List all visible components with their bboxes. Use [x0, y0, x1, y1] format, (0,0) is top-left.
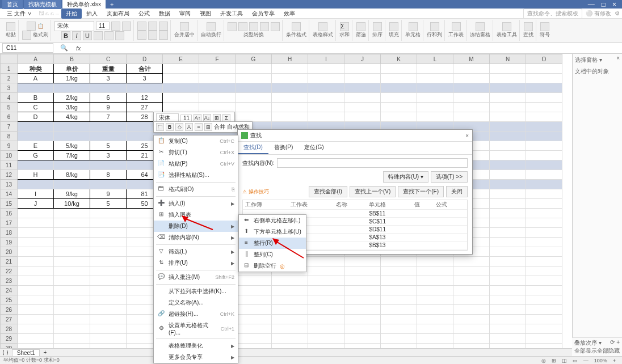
cell[interactable]: 3/kg — [54, 103, 90, 112]
sheet-nav[interactable]: ⟨ ⟩ — [2, 349, 9, 355]
quick-access-icons[interactable]: 🖫 ⎌ ⎌ ⋯ — [36, 10, 61, 16]
col-header[interactable]: G — [236, 54, 272, 64]
cell[interactable] — [18, 132, 54, 141]
cell[interactable] — [54, 334, 90, 344]
cell[interactable]: B — [18, 93, 54, 103]
cell[interactable] — [272, 83, 308, 93]
freeze-button[interactable] — [476, 22, 485, 31]
row-header[interactable]: 12 — [1, 170, 18, 180]
mini-fmt[interactable]: ⬚ — [156, 123, 164, 131]
options-button[interactable]: 选项(T) >> — [431, 171, 468, 183]
cell[interactable] — [90, 257, 127, 266]
zoom-in[interactable]: + — [610, 358, 619, 363]
menu-review[interactable]: 审阅 — [175, 9, 195, 19]
cell[interactable] — [54, 122, 90, 132]
cell[interactable] — [90, 238, 127, 247]
cell[interactable] — [490, 266, 526, 276]
dec-inc-button[interactable] — [260, 22, 269, 31]
sort-button[interactable] — [373, 22, 382, 31]
ctx-item[interactable]: ▽筛选(L)▶ — [154, 246, 238, 257]
row-header[interactable]: 24 — [1, 286, 18, 295]
cell[interactable] — [344, 295, 381, 305]
copy-button[interactable] — [22, 31, 31, 40]
cell[interactable] — [417, 344, 453, 349]
currency-button[interactable] — [228, 22, 237, 31]
col-header[interactable]: E — [163, 54, 199, 64]
cell[interactable] — [344, 83, 381, 93]
cell[interactable] — [344, 286, 381, 295]
cell[interactable] — [344, 257, 381, 266]
cell[interactable] — [236, 64, 272, 74]
cell[interactable]: 重量 — [90, 64, 127, 74]
cell[interactable] — [18, 295, 54, 305]
cell[interactable]: 7/kg — [54, 151, 90, 160]
cell[interactable] — [381, 112, 417, 122]
status-item[interactable]: ▭ — [570, 358, 581, 363]
cell[interactable] — [417, 74, 453, 83]
cell[interactable] — [90, 160, 127, 170]
col-header[interactable]: B — [54, 54, 90, 64]
cell[interactable] — [90, 83, 127, 93]
cell[interactable] — [90, 218, 127, 228]
row-header[interactable]: 16 — [1, 209, 18, 218]
ctx-item[interactable]: ⇅排序(U)▶ — [154, 257, 238, 269]
row-header[interactable]: 30 — [1, 344, 18, 349]
cell[interactable] — [526, 209, 562, 218]
ctx-item[interactable]: 📄粘贴(P)Ctrl+V — [154, 158, 238, 170]
cell[interactable] — [381, 93, 417, 103]
table-style-button[interactable] — [318, 22, 327, 31]
cell[interactable] — [526, 334, 562, 344]
col-header[interactable]: O — [526, 54, 562, 64]
tools-button[interactable] — [502, 22, 511, 31]
zoom-out[interactable]: — — [581, 358, 591, 363]
cell[interactable] — [18, 305, 54, 315]
row-header[interactable]: 19 — [1, 238, 18, 247]
cell[interactable]: D — [18, 112, 54, 122]
cell[interactable] — [526, 315, 562, 324]
cell[interactable]: 10/kg — [54, 199, 90, 209]
cell[interactable] — [381, 334, 417, 344]
cell[interactable] — [18, 238, 54, 247]
cell[interactable]: 8 — [90, 170, 127, 180]
cell[interactable] — [417, 93, 453, 103]
row-header[interactable]: 13 — [1, 180, 18, 189]
cell[interactable] — [490, 74, 526, 83]
cell[interactable] — [490, 344, 526, 349]
cell[interactable] — [526, 151, 562, 160]
cell[interactable] — [18, 286, 54, 295]
cell[interactable] — [526, 276, 562, 286]
sheet-add[interactable]: + — [43, 349, 47, 355]
cell[interactable] — [526, 295, 562, 305]
cell[interactable] — [490, 218, 526, 228]
cell[interactable] — [90, 295, 127, 305]
row-header[interactable]: 26 — [1, 305, 18, 315]
cell[interactable] — [490, 103, 526, 112]
cell[interactable] — [18, 276, 54, 286]
cell[interactable] — [526, 189, 562, 199]
row-header[interactable]: 23 — [1, 276, 18, 286]
cell[interactable]: G — [18, 151, 54, 160]
mini-shrink[interactable]: A↓ — [203, 114, 211, 122]
cell[interactable] — [490, 170, 526, 180]
align-right[interactable] — [159, 31, 168, 40]
cell[interactable]: 8/kg — [54, 170, 90, 180]
find-input[interactable] — [277, 158, 468, 168]
menu-formula[interactable]: 公式 — [134, 9, 154, 19]
cell[interactable] — [308, 305, 344, 315]
cell[interactable] — [308, 344, 344, 349]
cell[interactable]: I — [18, 189, 54, 199]
row-header[interactable]: 10 — [1, 151, 18, 160]
tips-link[interactable]: ⚠ 操作技巧 — [242, 187, 269, 197]
cell[interactable] — [490, 122, 526, 132]
dialog-close-button[interactable]: × — [465, 133, 469, 139]
col-header[interactable]: K — [381, 54, 417, 64]
cell[interactable] — [490, 238, 526, 247]
row-header[interactable]: 28 — [1, 324, 18, 334]
cell[interactable] — [490, 247, 526, 257]
menu-data[interactable]: 数据 — [154, 9, 175, 19]
cell[interactable] — [453, 257, 490, 266]
dialog-tab-find[interactable]: 查找(D) — [238, 142, 268, 154]
cell[interactable] — [18, 83, 54, 93]
cell[interactable] — [490, 112, 526, 122]
cell[interactable] — [236, 315, 272, 324]
